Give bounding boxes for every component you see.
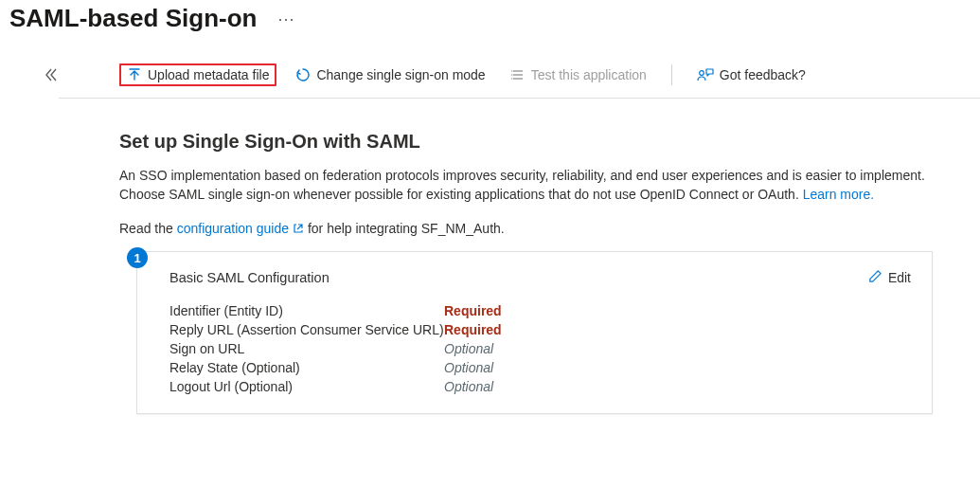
feedback-button[interactable]: Got feedback?	[691, 63, 811, 86]
upload-metadata-label: Upload metadata file	[148, 67, 269, 82]
svg-point-3	[700, 71, 704, 76]
upload-metadata-button[interactable]: Upload metadata file	[119, 63, 276, 86]
change-mode-button[interactable]: Change single sign-on mode	[290, 63, 490, 86]
list-icon	[510, 67, 526, 82]
config-field-label: Identifier (Entity ID)	[169, 303, 444, 318]
config-field-label: Reply URL (Assertion Consumer Service UR…	[169, 322, 444, 337]
config-field-value: Optional	[444, 379, 493, 394]
svg-point-1	[511, 74, 513, 76]
config-field-row: Reply URL (Assertion Consumer Service UR…	[169, 320, 911, 339]
config-field-row: Logout Url (Optional)Optional	[169, 377, 911, 396]
config-field-value: Required	[444, 322, 502, 337]
pencil-icon	[868, 269, 882, 286]
config-field-label: Sign on URL	[169, 341, 444, 356]
basic-saml-card: Basic SAML Configuration Edit Identifier…	[136, 251, 933, 414]
section-heading: Set up Single Sign-On with SAML	[119, 131, 933, 153]
undo-icon	[295, 67, 311, 82]
toolbar-divider-line	[59, 98, 980, 99]
external-link-icon	[293, 221, 304, 236]
feedback-label: Got feedback?	[720, 67, 806, 82]
test-application-label: Test this application	[531, 67, 647, 82]
config-field-value: Required	[444, 303, 502, 318]
more-actions-button[interactable]: ···	[274, 9, 298, 29]
upload-icon	[127, 67, 142, 82]
test-application-button: Test this application	[505, 63, 652, 86]
config-field-label: Logout Url (Optional)	[169, 379, 444, 394]
guide-suffix: for help integrating SF_NM_Auth.	[304, 221, 505, 236]
config-field-label: Relay State (Optional)	[169, 360, 444, 375]
page-title: SAML-based Sign-on	[9, 4, 257, 33]
config-field-row: Sign on URLOptional	[169, 339, 911, 358]
guide-prefix: Read the	[119, 221, 177, 236]
learn-more-link[interactable]: Learn more.	[803, 187, 874, 202]
svg-point-2	[511, 78, 513, 80]
toolbar-divider	[671, 64, 672, 85]
person-feedback-icon	[697, 67, 714, 82]
configuration-guide-label: configuration guide	[177, 221, 289, 236]
card-title: Basic SAML Configuration	[169, 270, 330, 285]
intro-paragraph: An SSO implementation based on federatio…	[119, 166, 933, 204]
config-field-value: Optional	[444, 341, 493, 356]
svg-point-0	[511, 70, 513, 72]
config-field-row: Relay State (Optional)Optional	[169, 358, 911, 377]
step-badge: 1	[127, 247, 148, 268]
configuration-guide-link[interactable]: configuration guide	[177, 221, 304, 236]
collapse-rail-button[interactable]	[44, 67, 59, 414]
config-field-value: Optional	[444, 360, 493, 375]
config-field-row: Identifier (Entity ID)Required	[169, 301, 911, 320]
edit-button[interactable]: Edit	[868, 269, 911, 286]
chevron-double-left-icon	[44, 67, 59, 82]
edit-label: Edit	[888, 270, 911, 285]
guide-line: Read the configuration guide for help in…	[119, 221, 933, 236]
change-mode-label: Change single sign-on mode	[316, 67, 485, 82]
toolbar: Upload metadata file Change single sign-…	[119, 63, 933, 86]
